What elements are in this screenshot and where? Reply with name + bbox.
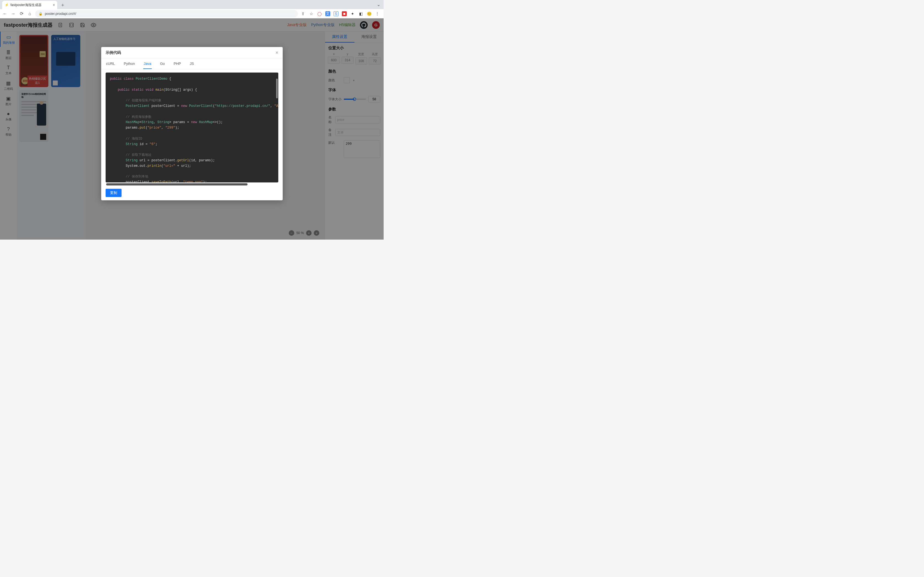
share-icon[interactable]: ⇧	[300, 11, 305, 16]
modal-header: 示例代码 ×	[101, 47, 283, 59]
code-example-modal: 示例代码 × cURL Python Java Go PHP JS public…	[101, 47, 283, 200]
url-bar[interactable]: 🔒 poster.prodapi.cn/#/	[35, 10, 298, 17]
url-text: poster.prodapi.cn/#/	[45, 11, 76, 16]
extension-icon[interactable]: S	[334, 11, 339, 16]
modal-title: 示例代码	[106, 50, 121, 55]
tab-python[interactable]: Python	[123, 59, 135, 69]
tab-favicon-icon: ⚡	[5, 3, 9, 7]
extensions-menu-icon[interactable]: ✦	[350, 11, 355, 16]
browser-tabstrip: ⚡ fastposter海报生成器 × + ⌄	[0, 0, 384, 9]
close-icon[interactable]: ×	[276, 50, 278, 55]
tab-close-icon[interactable]: ×	[53, 3, 55, 7]
profile-avatar-icon[interactable]: 🙂	[367, 11, 372, 16]
forward-icon[interactable]: →	[10, 11, 16, 16]
app-root: fastposter海报生成器 Java专业版 Python专业版 H5编辑器 …	[0, 18, 384, 240]
menu-icon[interactable]: ⋮	[375, 11, 380, 16]
tab-overflow-icon[interactable]: ⌄	[377, 2, 380, 7]
new-tab-button[interactable]: +	[59, 2, 66, 9]
tab-php[interactable]: PHP	[173, 59, 181, 69]
home-icon[interactable]: ⌂	[27, 11, 32, 16]
extension-icon[interactable]: 文	[325, 11, 330, 16]
reload-icon[interactable]: ⟳	[19, 11, 24, 16]
copy-button[interactable]: 复制	[106, 189, 121, 197]
tab-java[interactable]: Java	[143, 59, 152, 69]
code-block[interactable]: public class PosterClientDemo { public s…	[106, 73, 278, 182]
back-icon[interactable]: ←	[2, 11, 8, 16]
tab-js[interactable]: JS	[189, 59, 194, 69]
extension-icon[interactable]: ■	[342, 11, 347, 16]
modal-tabs: cURL Python Java Go PHP JS	[101, 59, 283, 69]
browser-tab[interactable]: ⚡ fastposter海报生成器 ×	[2, 1, 57, 9]
code-vertical-scrollbar[interactable]	[276, 79, 278, 98]
bookmark-icon[interactable]: ☆	[309, 11, 314, 16]
code-horizontal-scrollbar[interactable]	[106, 183, 248, 185]
side-panel-icon[interactable]: ◧	[358, 11, 363, 16]
tab-go[interactable]: Go	[160, 59, 165, 69]
lock-icon: 🔒	[39, 12, 43, 16]
tab-curl[interactable]: cURL	[106, 59, 116, 69]
extension-icon[interactable]: ◯	[317, 11, 322, 16]
browser-toolbar: ← → ⟳ ⌂ 🔒 poster.prodapi.cn/#/ ⇧ ☆ ◯ 文 S…	[0, 9, 384, 18]
tab-title: fastposter海报生成器	[10, 3, 42, 7]
